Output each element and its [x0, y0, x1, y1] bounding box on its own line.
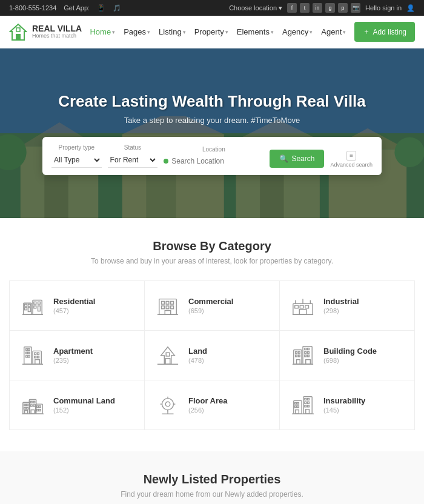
nav-agent[interactable]: Agent ▾ — [321, 27, 346, 36]
svg-rect-59 — [34, 353, 36, 354]
navbar: REAL VILLA Homes that match Home ▾ Pages… — [0, 16, 424, 48]
svg-rect-40 — [165, 310, 171, 314]
svg-rect-60 — [37, 353, 39, 354]
svg-rect-34 — [161, 301, 164, 304]
top-bar: 1-800-555-1234 Get App: 📱 🎵 Choose locat… — [0, 0, 424, 16]
apartment-icon — [19, 342, 46, 369]
svg-rect-72 — [295, 355, 297, 357]
newly-listed-section: Newly Listed Properties Find your dream … — [0, 451, 424, 504]
nav-home[interactable]: Home ▾ — [90, 27, 115, 36]
svg-rect-69 — [293, 350, 301, 364]
svg-rect-66 — [165, 358, 170, 364]
category-commercial[interactable]: Commercial (659) — [145, 281, 279, 330]
twitter-icon[interactable]: t — [300, 3, 310, 13]
add-listing-button[interactable]: ＋ Add listing — [354, 22, 415, 42]
svg-rect-117 — [304, 398, 306, 400]
svg-rect-28 — [33, 302, 36, 304]
svg-rect-37 — [161, 306, 164, 309]
svg-rect-89 — [24, 410, 27, 414]
category-land[interactable]: Land (478) — [145, 331, 279, 380]
location-field: Location — [164, 146, 263, 168]
svg-rect-63 — [35, 359, 39, 364]
svg-rect-81 — [307, 355, 309, 357]
svg-rect-113 — [294, 405, 296, 407]
hero-section: Create Lasting Wealth Through Real Villa… — [0, 48, 424, 218]
category-industrial[interactable]: Industrial (298) — [280, 281, 414, 330]
category-residential[interactable]: Residential (457) — [10, 281, 144, 330]
category-grid: Residential (457) Commercial (659) — [9, 280, 415, 430]
svg-rect-71 — [298, 351, 300, 353]
svg-rect-99 — [36, 409, 38, 411]
svg-rect-62 — [37, 356, 39, 357]
svg-rect-70 — [295, 351, 297, 353]
hero-title: Create Lasting Wealth Through Real Villa — [42, 92, 382, 111]
user-icon[interactable]: 👤 — [406, 4, 415, 12]
nav-listing[interactable]: Listing ▾ — [159, 27, 186, 36]
svg-rect-80 — [304, 355, 306, 357]
svg-rect-93 — [30, 405, 32, 406]
svg-rect-100 — [39, 409, 41, 411]
nav-links: Home ▾ Pages ▾ Listing ▾ Property ▾ Elem… — [90, 27, 346, 36]
top-bar-right: Choose location ▾ f t in g p 📷 Hello sig… — [229, 3, 415, 13]
linkedin-icon[interactable]: in — [313, 3, 322, 13]
svg-rect-74 — [296, 359, 300, 364]
svg-rect-77 — [307, 348, 309, 350]
nav-elements[interactable]: Elements ▾ — [237, 27, 274, 36]
pinterest-icon[interactable]: p — [338, 3, 348, 13]
location-dot-icon — [164, 159, 168, 164]
social-icons: f t in g p 📷 — [287, 3, 360, 13]
svg-marker-65 — [161, 346, 174, 364]
newly-listed-subtitle: Find your dream home from our Newly adde… — [9, 490, 415, 499]
land-info: Land (478) — [188, 346, 270, 364]
svg-rect-111 — [294, 402, 296, 404]
svg-rect-36 — [170, 301, 173, 304]
commercial-icon — [154, 292, 181, 319]
svg-rect-44 — [300, 305, 303, 308]
facebook-icon[interactable]: f — [287, 3, 297, 13]
svg-rect-118 — [307, 398, 309, 400]
svg-rect-26 — [28, 307, 30, 311]
status-field: Status For Rent For Sale — [108, 144, 158, 168]
nav-agency[interactable]: Agency ▾ — [282, 27, 313, 36]
instagram-icon[interactable]: 📷 — [351, 3, 360, 13]
logo: REAL VILLA Homes that match — [9, 23, 82, 41]
googleplus-icon[interactable]: g — [325, 3, 335, 13]
svg-rect-79 — [307, 351, 309, 353]
status-select[interactable]: For Rent For Sale — [108, 153, 158, 168]
status-label: Status — [108, 144, 158, 151]
location-input[interactable] — [171, 154, 263, 168]
get-app-label: Get App: — [64, 4, 90, 12]
building-code-icon — [289, 342, 316, 369]
browse-title: Browse By Category — [9, 239, 415, 253]
insurability-icon — [289, 391, 316, 419]
top-bar-left: 1-800-555-1234 Get App: 📱 🎵 — [9, 4, 121, 12]
search-button[interactable]: 🔍 Search — [270, 150, 324, 168]
svg-rect-38 — [166, 306, 169, 309]
category-apartment[interactable]: Apartment (235) — [10, 331, 144, 380]
svg-rect-119 — [304, 402, 306, 403]
location-label: Location — [164, 146, 263, 153]
svg-rect-46 — [299, 309, 306, 314]
category-insurability[interactable]: Insurability (145) — [280, 380, 414, 429]
building-code-info: Building Code (698) — [323, 346, 405, 364]
search-icon: 🔍 — [279, 154, 288, 163]
advanced-search-link[interactable]: ≡ Advanced search — [330, 151, 373, 168]
svg-rect-56 — [25, 356, 27, 357]
sign-in-link[interactable]: Hello sign in — [365, 4, 402, 12]
svg-rect-88 — [26, 407, 28, 409]
category-communal-land[interactable]: Communal Land (152) — [10, 380, 144, 429]
category-floor-area[interactable]: Floor Area (256) — [145, 380, 279, 429]
property-type-label: Property type — [51, 144, 102, 151]
industrial-icon — [289, 292, 316, 319]
nav-property[interactable]: Property ▾ — [194, 27, 228, 36]
residential-icon — [19, 292, 46, 319]
property-type-select[interactable]: All Type House Apartment Commercial — [51, 153, 102, 168]
floor-area-icon — [154, 391, 181, 419]
app-store-icon[interactable]: 📱 — [97, 4, 105, 12]
svg-rect-24 — [24, 307, 27, 310]
play-store-icon[interactable]: 🎵 — [113, 4, 121, 12]
industrial-info: Industrial (298) — [323, 297, 405, 314]
category-building-code[interactable]: Building Code (698) — [280, 331, 414, 380]
choose-location-dropdown[interactable]: Choose location ▾ — [229, 4, 282, 12]
nav-pages[interactable]: Pages ▾ — [124, 27, 150, 36]
